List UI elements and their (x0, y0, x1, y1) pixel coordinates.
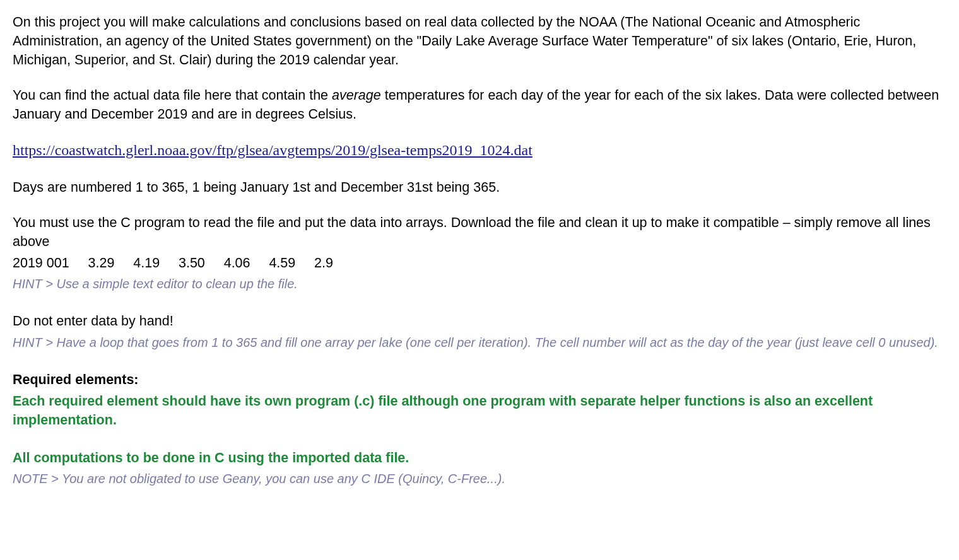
data-file-pre: You can find the actual data file here t… (13, 88, 332, 103)
data-file-link[interactable]: https://coastwatch.glerl.noaa.gov/ftp/gl… (13, 142, 532, 158)
hint-cleanup: HINT > Use a simple text editor to clean… (13, 275, 946, 293)
cleanup-instructions: You must use the C program to read the f… (13, 213, 946, 251)
hint-loop: HINT > Have a loop that goes from 1 to 3… (13, 334, 946, 351)
days-numbered-paragraph: Days are numbered 1 to 365, 1 being Janu… (13, 178, 946, 197)
required-elements-text: Each required element should have its ow… (13, 392, 946, 429)
intro-paragraph: On this project you will make calculatio… (13, 13, 946, 69)
data-file-paragraph: You can find the actual data file here t… (13, 86, 946, 124)
sample-data-line: 2019 001 3.29 4.19 3.50 4.06 4.59 2.9 (13, 254, 946, 272)
average-emphasis: average (332, 88, 381, 103)
no-manual-entry: Do not enter data by hand! (13, 312, 946, 330)
computations-text: All computations to be done in C using t… (13, 448, 946, 467)
note-ide: NOTE > You are not obligated to use Gean… (13, 470, 946, 487)
required-elements-header: Required elements: (13, 370, 946, 389)
